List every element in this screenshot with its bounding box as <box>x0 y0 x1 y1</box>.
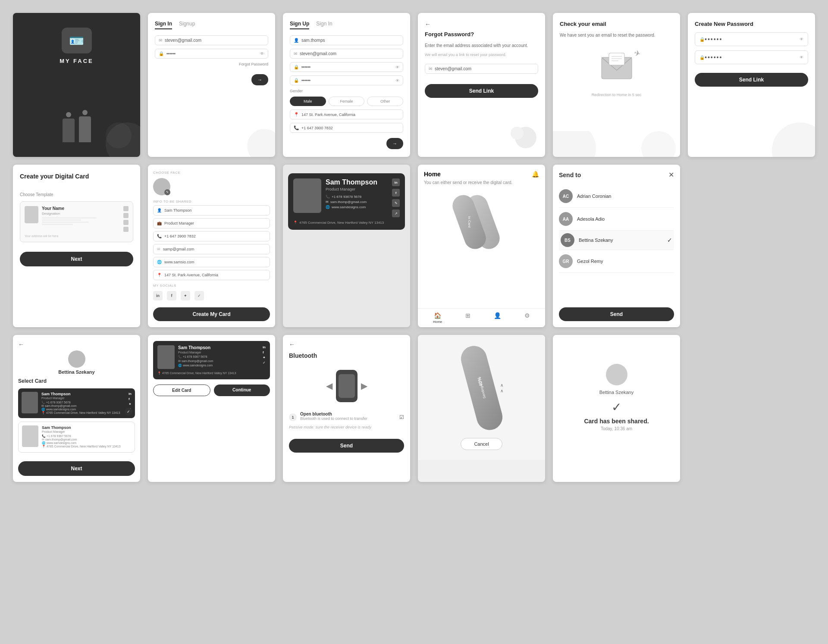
field-email[interactable]: ✉ samp@gmail.com <box>153 244 270 254</box>
shared-user-avatar <box>606 364 627 385</box>
confirm-pw-field[interactable]: 🔒 •••••• 👁 <box>695 50 808 64</box>
bt-step-1: 1 Open bluetooth Bluetooth is used to co… <box>289 412 404 422</box>
select-card-next-button[interactable]: Next <box>18 461 135 476</box>
create-card-content: Create your Digital Card Choose Template… <box>13 165 140 290</box>
eye2-icon[interactable]: 👁 <box>395 78 399 83</box>
contact-item-4[interactable]: GR Gezol Remy <box>559 250 674 273</box>
tab-signin-inactive[interactable]: Sign In <box>316 21 332 29</box>
back-arrow-bt[interactable]: ← <box>289 341 295 348</box>
instagram-btn[interactable]: ✦ <box>181 291 190 300</box>
socials-row: in f ✦ ✓ <box>153 291 270 300</box>
card-edit-btn[interactable]: ✎ <box>392 199 400 207</box>
new-pw-field[interactable]: 🔒 •••••• 👁 <box>695 32 808 46</box>
forgot-content: ← Forgot Password? Enter the email addre… <box>418 13 545 138</box>
tab-signup-active[interactable]: Sign Up <box>290 21 309 29</box>
email-input[interactable]: ✉ steven@gmail.com <box>155 35 268 45</box>
field-phone[interactable]: 📞 +1 647 3900 7832 <box>153 231 270 241</box>
gender-female[interactable]: Female <box>329 97 365 106</box>
linkedin-btn[interactable]: in <box>153 291 163 300</box>
pw1-input[interactable]: 🔒 •••••• 👁 <box>290 62 403 72</box>
edit-card-row: Sam Thompson Product Manager 📞 +1 678 93… <box>157 345 266 369</box>
card-photo <box>293 178 321 213</box>
forgot-email-input[interactable]: ✉ steven@gmail.com <box>425 64 538 74</box>
send-to-content: Send to ✕ AC Adrian Coronian AA Adesola … <box>553 165 680 303</box>
card-role: Product Manager <box>326 187 388 191</box>
password-input[interactable]: 🔒 •••••• 👁 <box>155 49 268 59</box>
template-preview[interactable]: Your Name Designation Your address <box>20 201 133 242</box>
card2-role: Product Manager <box>42 430 131 433</box>
username-input[interactable]: 👤 sam.thomps <box>290 35 403 45</box>
contact-item-2[interactable]: AA Adesola Adio <box>559 208 674 231</box>
pw2-input[interactable]: 🔒 •••••• 👁 <box>290 75 403 85</box>
deco-bottom-pw <box>688 122 815 157</box>
card-option-1[interactable]: Sam Thompson Product Manager 📞 +1 678 93… <box>18 388 135 418</box>
card2-phone: 📞 +1 678 9367 5678 <box>42 435 131 438</box>
nav-home[interactable]: 🏠 Home <box>433 312 442 324</box>
field-role[interactable]: 💼 Product Manager <box>153 218 270 228</box>
card-share-btn[interactable]: ↗ <box>392 209 400 217</box>
phone-input[interactable]: 📞 +1 647 3900 7832 <box>290 123 403 133</box>
email-signup-input[interactable]: ✉ steven@gmail.com <box>290 49 403 59</box>
forgot-password-screen: ← Forgot Password? Enter the email addre… <box>418 13 545 157</box>
card-linkedin[interactable]: in <box>392 178 400 186</box>
back-arrow-forgot[interactable]: ← <box>425 21 538 28</box>
contact-item-1[interactable]: AC Adrian Coronian <box>559 185 674 208</box>
field-web-icon: 🌐 <box>157 260 162 264</box>
field-email-value: samp@gmail.com <box>163 247 194 251</box>
home-header: Home 🔔 <box>424 171 539 178</box>
forgot-password-link[interactable]: Forgot Password <box>155 62 268 66</box>
address-input[interactable]: 📍 147 St. Park Avenue, California <box>290 109 403 119</box>
create-card-next-button[interactable]: Next <box>20 252 133 266</box>
nav-settings[interactable]: ⚙ <box>524 312 530 324</box>
tab-signup[interactable]: Signup <box>179 21 195 29</box>
card-facebook[interactable]: f <box>392 189 400 197</box>
nav-profile[interactable]: 👤 <box>494 312 501 324</box>
gender-male[interactable]: Male <box>290 97 326 106</box>
field-address[interactable]: 📍 147 St. Park Avenue, California <box>153 270 270 280</box>
field-name[interactable]: 👤 Sam Thompson <box>153 205 270 216</box>
facebook-btn[interactable]: f <box>167 291 176 300</box>
create-pw-send-button[interactable]: Send Link <box>695 73 808 87</box>
nav-cards[interactable]: ⊞ <box>465 312 470 324</box>
edit-card-socials: in f ✦ ✓ <box>263 345 266 369</box>
contact-item-3[interactable]: BS Bettina Szekany ✓ <box>559 231 674 250</box>
template-icon-1 <box>123 206 129 211</box>
bell-icon[interactable]: 🔔 <box>532 171 539 178</box>
eye-new-icon[interactable]: 👁 <box>800 37 803 41</box>
bluetooth-title: Bluetooth <box>289 352 404 359</box>
envelope-container: ✈ <box>599 51 634 83</box>
face-avatar[interactable]: ✎ <box>153 178 170 195</box>
eye-confirm-icon[interactable]: 👁 <box>800 55 803 59</box>
send-link-button[interactable]: Send Link <box>425 84 538 98</box>
card-website: 🌐 www.samdesigns.com <box>326 205 388 209</box>
continue-button[interactable]: Continue <box>214 385 270 396</box>
twitter-btn[interactable]: ✓ <box>194 291 204 300</box>
send-to-header: Send to ✕ <box>559 171 674 179</box>
bt-illustration: ◀ ▶ <box>289 364 404 407</box>
edit-card-button[interactable]: Edit Card <box>153 385 210 396</box>
signin-send-button[interactable]: → <box>251 74 268 85</box>
back-arrow-select[interactable]: ← <box>18 341 24 348</box>
bt-send-button[interactable]: Send <box>289 439 404 453</box>
lock-new-icon: 🔒 <box>699 37 705 42</box>
card-option-2[interactable]: Sam Thompson Product Manager 📞 +1 678 93… <box>18 422 135 452</box>
edit-card-photo <box>157 345 175 369</box>
eye-icon[interactable]: 👁 <box>260 51 264 56</box>
face-edit-badge[interactable]: ✎ <box>164 189 170 195</box>
check-email-screen: Check your email We have sent you an ema… <box>553 13 680 157</box>
cancel-sending-button[interactable]: Cancel <box>461 438 502 450</box>
create-my-card-button[interactable]: Create My Card <box>153 307 270 321</box>
send-button[interactable]: Send <box>559 307 674 321</box>
card1-info: Sam Thompson Product Manager 📞 +1 678 93… <box>41 392 125 415</box>
eye1-icon[interactable]: 👁 <box>395 65 399 69</box>
signup-send-button[interactable]: → <box>386 138 403 149</box>
card1-ig: ✦ <box>129 402 132 406</box>
template-info: Your Name Designation <box>42 206 120 225</box>
field-website[interactable]: 🌐 www.samsio.com <box>153 257 270 267</box>
tab-signin[interactable]: Sign In <box>155 21 172 29</box>
template-line3 <box>42 222 89 223</box>
home-screen: Home 🔔 You can either send or receive th… <box>418 165 545 327</box>
close-icon[interactable]: ✕ <box>668 171 674 179</box>
template-line2 <box>42 219 81 221</box>
gender-other[interactable]: Other <box>367 97 403 106</box>
